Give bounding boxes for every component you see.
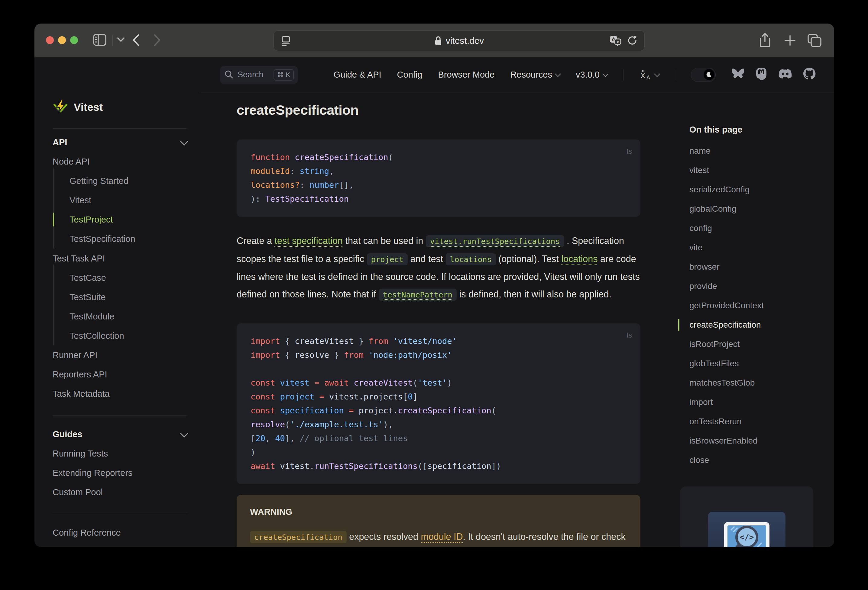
bluesky-icon[interactable]: [731, 68, 745, 81]
code-block-signature[interactable]: ts function createSpecification( moduleI…: [237, 140, 641, 217]
search-placeholder: Search: [238, 70, 264, 79]
sidebar-item-testcase[interactable]: TestCase: [69, 268, 106, 287]
browser-toolbar: vitest.dev A x: [34, 24, 834, 57]
tab-overview-icon[interactable]: [807, 33, 823, 48]
toolbar-divider: [112, 35, 113, 46]
sidebar-item-test-task-api[interactable]: Test Task API: [53, 249, 105, 268]
toc-item-vitest[interactable]: vitest: [689, 160, 813, 180]
sponsor-card[interactable]: </>: [680, 486, 813, 547]
nav-guide-api[interactable]: Guide & API: [334, 70, 381, 80]
sidebar-toggle-icon[interactable]: [93, 33, 107, 47]
toc-item-name[interactable]: name: [689, 141, 813, 160]
toc-item-provide[interactable]: provide: [689, 277, 813, 296]
sidebar-item-extending-reporters[interactable]: Extending Reporters: [53, 463, 132, 483]
social-links: [731, 67, 816, 82]
nav-resources[interactable]: Resources: [510, 70, 560, 80]
toc-item-getProvidedContext[interactable]: getProvidedContext: [689, 296, 813, 315]
sidebar-item-testmodule[interactable]: TestModule: [69, 307, 114, 326]
sidebar-item-testcollection[interactable]: TestCollection: [69, 326, 124, 346]
code-block-example[interactable]: ts import { createVitest } from 'vitest/…: [237, 324, 641, 484]
maximize-window-button[interactable]: [70, 36, 78, 44]
sidebar-item-testproject[interactable]: TestProject: [69, 210, 113, 229]
text-segment: and test: [408, 254, 446, 264]
sidebar-section-guides[interactable]: Guides: [53, 425, 187, 444]
toc-item-vite[interactable]: vite: [689, 238, 813, 257]
inline-codelink[interactable]: testNamePattern: [379, 289, 457, 301]
toc-item-isRootProject[interactable]: isRootProject: [689, 334, 813, 354]
sponsor-illustration: </>: [708, 512, 785, 547]
inline-link[interactable]: locations: [561, 254, 598, 264]
chevron-down-icon: [180, 430, 188, 437]
minimize-window-button[interactable]: [58, 36, 66, 44]
toc-title: On this page: [689, 125, 743, 135]
sidebar-menu-chevron-icon[interactable]: [117, 37, 125, 42]
discord-icon[interactable]: [778, 68, 793, 81]
warning-callout: WARNING createSpecification expects reso…: [237, 495, 641, 547]
translate-icon[interactable]: A x: [609, 35, 622, 47]
sidebar-group-line: [53, 265, 54, 346]
sidebar-item-testsuite[interactable]: TestSuite: [69, 287, 105, 307]
new-tab-icon[interactable]: [783, 34, 797, 47]
sidebar-group-line: [53, 168, 54, 249]
language-switcher[interactable]: x A: [639, 69, 659, 80]
sidebar-item-runner-api[interactable]: Runner API: [53, 346, 97, 365]
header-divider: [675, 69, 675, 81]
sidebar-item-custom-pool[interactable]: Custom Pool: [53, 483, 103, 502]
share-icon[interactable]: [759, 32, 771, 48]
sidebar-item-node-api[interactable]: Node API: [53, 152, 90, 171]
search-input[interactable]: Search ⌘ K: [220, 66, 298, 84]
nav-config[interactable]: Config: [397, 70, 422, 80]
github-icon[interactable]: [803, 67, 816, 82]
translate-icon: x A: [639, 69, 651, 80]
inline-code: project: [367, 253, 408, 265]
toc-item-matchesTestGlob[interactable]: matchesTestGlob: [689, 373, 813, 393]
code-content: import { createVitest } from 'vitest/nod…: [251, 334, 626, 473]
sidebar-item-vitest[interactable]: Vitest: [69, 191, 91, 210]
toc-item-browser[interactable]: browser: [689, 257, 813, 277]
site-logo[interactable]: Vitest: [53, 96, 103, 118]
sidebar-item-config-reference[interactable]: Config Reference: [53, 523, 121, 542]
vitest-docs-page: Vitest API Node API Getting Started Vite…: [34, 57, 834, 547]
search-icon: [224, 70, 233, 80]
toc-item-globalConfig[interactable]: globalConfig: [689, 199, 813, 219]
back-button[interactable]: [131, 33, 140, 47]
sidebar-item-running-tests[interactable]: Running Tests: [53, 444, 108, 463]
nav-browser-mode[interactable]: Browser Mode: [438, 70, 495, 80]
site-title: Vitest: [74, 101, 103, 113]
search-shortcut-badge: ⌘ K: [273, 69, 294, 81]
close-window-button[interactable]: [46, 36, 54, 44]
active-item-marker: [53, 213, 54, 227]
sidebar-item-getting-started[interactable]: Getting Started: [69, 171, 128, 191]
warning-text: createSpecification expects resolved mod…: [250, 527, 627, 547]
main-content: createSpecification ts function createSp…: [199, 92, 834, 547]
toc-item-serializedConfig[interactable]: serializedConfig: [689, 180, 813, 199]
text-segment: that can be used in: [343, 235, 426, 246]
inline-link[interactable]: test specification: [275, 235, 342, 246]
text-segment: expects resolved: [347, 531, 421, 542]
chevron-down-icon: [602, 71, 608, 77]
inline-code: createSpecification: [250, 531, 347, 543]
nav-version[interactable]: v3.0.0: [576, 70, 607, 80]
sidebar-section-api[interactable]: API: [53, 132, 187, 152]
toc-item-createSpecification[interactable]: createSpecification: [689, 315, 813, 334]
sidebar-item-test-api-reference[interactable]: Test API Reference: [53, 542, 127, 547]
sidebar-item-testspecification[interactable]: TestSpecification: [69, 229, 136, 249]
mastodon-icon[interactable]: [755, 67, 768, 82]
desktop: vitest.dev A x: [0, 0, 868, 590]
address-bar[interactable]: vitest.dev A x: [273, 31, 645, 51]
forward-button[interactable]: [153, 33, 162, 47]
toc-item-isBrowserEnabled[interactable]: isBrowserEnabled: [689, 431, 813, 450]
toc-item-close[interactable]: close: [689, 450, 813, 470]
toc-item-config[interactable]: config: [689, 219, 813, 238]
inline-codelink[interactable]: vitest.runTestSpecifications: [426, 235, 564, 247]
inline-link[interactable]: module ID: [421, 531, 463, 542]
theme-toggle[interactable]: [691, 68, 716, 82]
sidebar-item-reporters-api[interactable]: Reporters API: [53, 365, 107, 384]
toc-item-import[interactable]: import: [689, 393, 813, 412]
toc-item-globTestFiles[interactable]: globTestFiles: [689, 354, 813, 373]
browser-window: vitest.dev A x: [34, 24, 834, 547]
sidebar-item-task-metadata[interactable]: Task Metadata: [53, 384, 110, 403]
reload-icon[interactable]: [627, 35, 638, 46]
warning-label: WARNING: [250, 507, 627, 517]
toc-item-onTestsRerun[interactable]: onTestsRerun: [689, 412, 813, 431]
